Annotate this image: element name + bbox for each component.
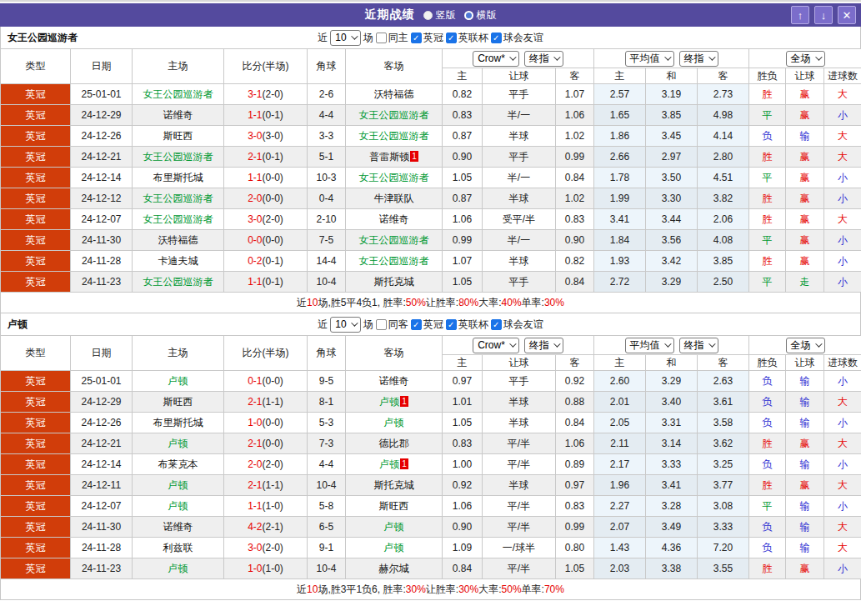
away-team-cell[interactable]: 斯旺西 [346, 496, 443, 517]
away-team-cell[interactable]: 卢顿 [346, 413, 443, 433]
league-checkbox-friendly[interactable]: ✓ 球会友谊 [491, 318, 543, 332]
team-name[interactable]: 女王公园巡游者 [143, 276, 213, 288]
team-name[interactable]: 卢顿 [168, 500, 188, 512]
same-venue-checkbox[interactable]: 同主 [376, 31, 408, 45]
scroll-up-button[interactable]: ↑ [791, 6, 809, 24]
team-name[interactable]: 卢顿 [384, 521, 404, 533]
home-team-cell[interactable]: 女王公园巡游者 [133, 147, 224, 168]
team-name[interactable]: 斯旺西 [163, 130, 193, 142]
team-name[interactable]: 斯托克城 [374, 276, 414, 288]
team-name[interactable]: 女王公园巡游者 [359, 109, 429, 121]
away-team-cell[interactable]: 女王公园巡游者 [346, 105, 443, 126]
home-team-cell[interactable]: 女王公园巡游者 [133, 272, 224, 293]
home-team-cell[interactable]: 布里斯托城 [133, 413, 224, 433]
team-name[interactable]: 卢顿 [168, 438, 188, 449]
section-team-name[interactable]: 卢顿 [8, 318, 28, 332]
avg-stage-select[interactable]: 终指 [679, 338, 718, 353]
team-name[interactable]: 卢顿 [379, 458, 399, 470]
team-name[interactable]: 沃特福德 [374, 88, 414, 100]
away-team-cell[interactable]: 沃特福德 [346, 84, 443, 105]
league-checkbox-efl-cup[interactable]: ✓ 英联杯 [446, 31, 488, 45]
home-team-cell[interactable]: 卢顿 [133, 433, 224, 454]
team-name[interactable]: 卡迪夫城 [158, 255, 198, 267]
avg-select[interactable]: 平均值 [625, 51, 674, 67]
team-name[interactable]: 牛津联队 [374, 193, 414, 204]
team-name[interactable]: 诺维奇 [163, 109, 193, 121]
home-team-cell[interactable]: 斯旺西 [133, 392, 224, 413]
away-team-cell[interactable]: 牛津联队 [346, 188, 443, 209]
odds-stage-select[interactable]: 终指 [524, 338, 563, 353]
team-name[interactable]: 德比郡 [379, 438, 409, 449]
away-team-cell[interactable]: 女王公园巡游者 [346, 168, 443, 188]
league-checkbox-efl-cup[interactable]: ✓ 英联杯 [446, 318, 488, 332]
scroll-down-button[interactable]: ↓ [814, 6, 833, 24]
team-name[interactable]: 布里斯托城 [153, 417, 203, 428]
home-team-cell[interactable]: 女王公园巡游者 [133, 84, 224, 105]
away-team-cell[interactable]: 诺维奇 [346, 371, 443, 392]
home-team-cell[interactable]: 诺维奇 [133, 517, 224, 538]
league-checkbox-championship[interactable]: ✓ 英冠 [411, 318, 443, 332]
team-name[interactable]: 诺维奇 [379, 213, 409, 225]
team-name[interactable]: 卢顿 [168, 375, 188, 387]
team-name[interactable]: 普雷斯顿 [369, 151, 409, 163]
away-team-cell[interactable]: 诺维奇 [346, 209, 443, 230]
team-name[interactable]: 卢顿 [168, 563, 188, 574]
team-name[interactable]: 诺维奇 [379, 375, 409, 387]
team-name[interactable]: 斯托克城 [374, 479, 414, 491]
away-team-cell[interactable]: 卢顿1 [346, 454, 443, 475]
away-team-cell[interactable]: 卢顿 [346, 517, 443, 538]
home-team-cell[interactable]: 布莱克本 [133, 454, 224, 475]
away-team-cell[interactable]: 女王公园巡游者 [346, 126, 443, 147]
bookmaker-select[interactable]: Crow* [473, 338, 519, 353]
home-team-cell[interactable]: 女王公园巡游者 [133, 209, 224, 230]
same-venue-checkbox[interactable]: 同客 [376, 318, 408, 332]
team-name[interactable]: 卢顿 [379, 396, 399, 408]
home-team-cell[interactable]: 卢顿 [133, 475, 224, 496]
avg-stage-select[interactable]: 终指 [679, 51, 718, 67]
bookmaker-select[interactable]: Crow* [473, 51, 519, 67]
league-checkbox-championship[interactable]: ✓ 英冠 [411, 31, 443, 45]
scope-select[interactable]: 全场 [786, 51, 825, 67]
match-count-select[interactable]: 10 [330, 30, 360, 46]
home-team-cell[interactable]: 女王公园巡游者 [133, 188, 224, 209]
away-team-cell[interactable]: 德比郡 [346, 433, 443, 454]
home-team-cell[interactable]: 沃特福德 [133, 230, 224, 251]
team-name[interactable]: 女王公园巡游者 [143, 213, 213, 225]
team-name[interactable]: 女王公园巡游者 [143, 151, 213, 163]
close-button[interactable]: ✕ [838, 6, 856, 24]
away-team-cell[interactable]: 卢顿 [346, 538, 443, 558]
away-team-cell[interactable]: 女王公园巡游者 [346, 230, 443, 251]
odds-stage-select[interactable]: 终指 [524, 51, 563, 67]
home-team-cell[interactable]: 布里斯托城 [133, 168, 224, 188]
home-team-cell[interactable]: 卢顿 [133, 558, 224, 579]
team-name[interactable]: 女王公园巡游者 [143, 88, 213, 100]
team-name[interactable]: 沃特福德 [158, 234, 198, 246]
away-team-cell[interactable]: 斯托克城 [346, 475, 443, 496]
scope-select[interactable]: 全场 [786, 338, 825, 353]
team-name[interactable]: 女王公园巡游者 [359, 130, 429, 142]
team-name[interactable]: 利兹联 [163, 542, 193, 553]
layout-horizontal-radio[interactable]: 横版 [464, 8, 497, 23]
home-team-cell[interactable]: 卢顿 [133, 371, 224, 392]
avg-select[interactable]: 平均值 [625, 338, 674, 353]
team-name[interactable]: 女王公园巡游者 [359, 234, 429, 246]
away-team-cell[interactable]: 卢顿1 [346, 392, 443, 413]
team-name[interactable]: 斯旺西 [379, 500, 409, 512]
away-team-cell[interactable]: 赫尔城 [346, 558, 443, 579]
team-name[interactable]: 布莱克本 [158, 458, 198, 470]
home-team-cell[interactable]: 利兹联 [133, 538, 224, 558]
home-team-cell[interactable]: 斯旺西 [133, 126, 224, 147]
team-name[interactable]: 女王公园巡游者 [143, 193, 213, 204]
layout-vertical-radio[interactable]: 竖版 [423, 8, 456, 23]
away-team-cell[interactable]: 普雷斯顿1 [346, 147, 443, 168]
home-team-cell[interactable]: 诺维奇 [133, 105, 224, 126]
team-name[interactable]: 女王公园巡游者 [359, 255, 429, 267]
home-team-cell[interactable]: 卢顿 [133, 496, 224, 517]
away-team-cell[interactable]: 女王公园巡游者 [346, 251, 443, 272]
team-name[interactable]: 诺维奇 [163, 521, 193, 533]
away-team-cell[interactable]: 斯托克城 [346, 272, 443, 293]
team-name[interactable]: 赫尔城 [379, 563, 409, 574]
team-name[interactable]: 布里斯托城 [153, 172, 203, 183]
team-name[interactable]: 女王公园巡游者 [359, 172, 429, 183]
match-count-select[interactable]: 10 [330, 317, 360, 333]
